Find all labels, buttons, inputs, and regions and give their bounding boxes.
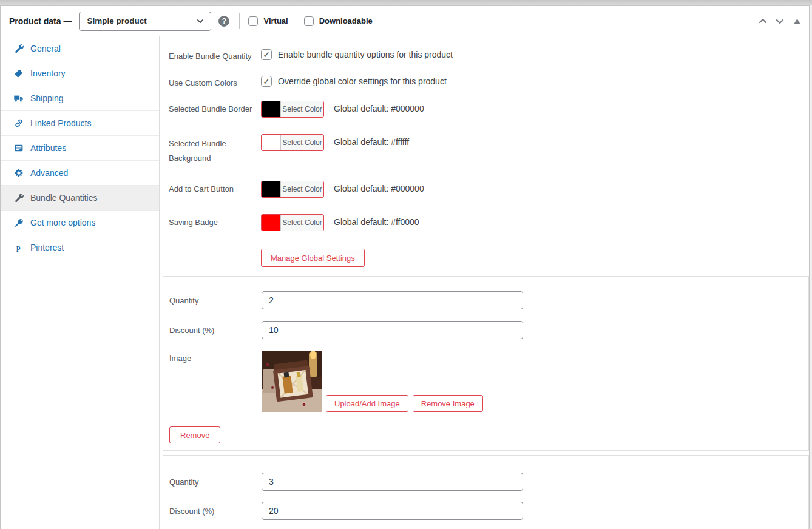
page-top-strip [0,0,812,5]
color-swatch [262,215,280,231]
downloadable-checkbox-box[interactable] [304,16,314,26]
color-swatch [262,101,280,117]
quantity-row: Quantity [169,473,802,491]
tab-advanced[interactable]: Advanced [1,161,159,186]
tab-label: Attributes [30,143,66,153]
move-down-icon[interactable] [774,16,785,27]
quantity-input[interactable] [262,473,523,491]
field-label: Selected Bundle Border [169,101,261,115]
tab-general[interactable]: General [1,36,159,61]
field-label: Enable Bundle Quantity [169,49,261,62]
product-data-title: Product data — [9,16,72,26]
tab-label: Get more options [30,218,95,227]
chevron-down-icon [196,17,205,25]
tab-label: Shipping [30,93,64,103]
selected-bundle-border-row: Selected Bundle Border Select Color Glob… [169,101,799,118]
tab-get-more-options[interactable]: Get more options [1,211,159,235]
field-label: Discount (%) [169,321,262,337]
tab-label: Advanced [30,168,68,178]
move-up-icon[interactable] [757,16,768,27]
virtual-label: Virtual [263,16,288,25]
use-custom-colors-row: Use Custom Colors ✓ Override global colo… [169,76,799,90]
list-box-icon [13,143,24,153]
field-label: Selected Bundle Background [169,134,261,166]
field-label: Use Custom Colors [169,76,261,89]
global-default-note: Global default: #000000 [334,101,424,113]
tab-pinterest[interactable]: p Pinterest [1,235,159,260]
select-color-label: Select Color [280,135,323,150]
discount-row: Discount (%) [169,321,802,339]
pinterest-icon: p [13,243,24,253]
use-custom-colors-checkbox[interactable]: ✓ [261,76,272,87]
product-data-header: Product data — Simple product ? Virtual … [1,6,809,36]
field-label: Saving Badge [169,214,261,229]
wrench-icon [13,193,24,203]
product-type-value: Simple product [87,16,146,25]
field-label: Quantity [169,291,262,307]
enable-bundle-quantity-checkbox[interactable]: ✓ [261,49,272,60]
tag-icon [13,69,24,79]
tab-label: General [30,44,61,53]
header-divider [239,13,240,29]
virtual-checkbox[interactable]: Virtual [248,16,288,26]
product-data-metabox: Product data — Simple product ? Virtual … [0,5,810,529]
select-color-label: Select Color [280,101,323,117]
product-data-tabs: General Inventory Shipping Linked Produc… [1,36,160,529]
truck-icon [13,93,24,104]
add-to-cart-button-row: Add to Cart Button Select Color Global d… [169,181,799,198]
field-label: Image [169,351,262,365]
tab-attributes[interactable]: Attributes [1,136,159,161]
metabox-controls [757,6,800,36]
bundle-rows-container: Quantity Discount (%) Image [160,272,809,529]
virtual-checkbox-box[interactable] [248,16,258,26]
color-swatch [262,135,280,150]
select-color-button[interactable]: Select Color [261,214,324,231]
image-zone: Upload/Add Image Remove Image [262,351,483,412]
downloadable-label: Downloadable [319,16,373,25]
manage-global-settings-row: Manage Global Settings [261,248,799,267]
color-swatch [262,181,280,197]
tab-label: Inventory [30,69,66,78]
quantity-row: Quantity [169,291,802,309]
global-default-note: Global default: #ff0000 [334,214,419,227]
plug-icon [13,218,24,228]
bundle-row-2: Quantity Discount (%) Image [163,455,809,529]
select-color-label: Select Color [280,181,323,197]
global-default-note: Global default: #ffffff [334,134,409,147]
help-icon[interactable]: ? [218,16,229,27]
link-icon [13,118,24,129]
downloadable-checkbox[interactable]: Downloadable [304,16,373,26]
wrench-icon [13,44,24,54]
field-label: Add to Cart Button [169,181,261,195]
select-color-button[interactable]: Select Color [261,101,324,118]
tab-linked-products[interactable]: Linked Products [1,111,159,136]
discount-input[interactable] [262,502,523,520]
quantity-input[interactable] [262,291,523,309]
image-row: Image [169,351,802,412]
selected-bundle-background-row: Selected Bundle Background Select Color … [169,134,799,166]
bundle-settings-section: Enable Bundle Quantity ✓ Enable bundle q… [160,36,809,272]
upload-add-image-button[interactable]: Upload/Add Image [326,395,408,412]
global-default-note: Global default: #000000 [334,181,424,194]
tab-shipping[interactable]: Shipping [1,86,159,111]
product-type-select[interactable]: Simple product [79,12,211,31]
tab-bundle-quantities[interactable]: Bundle Quantities [1,186,159,211]
remove-bundle-button[interactable]: Remove [169,426,220,443]
tab-inventory[interactable]: Inventory [1,61,159,86]
enable-bundle-quantity-row: Enable Bundle Quantity ✓ Enable bundle q… [169,49,799,64]
tab-label: Bundle Quantities [30,193,98,203]
bundle-row-1: Quantity Discount (%) Image [163,276,809,451]
manage-global-settings-button[interactable]: Manage Global Settings [261,249,365,267]
discount-row: Discount (%) [169,502,802,520]
remove-image-button[interactable]: Remove Image [413,395,483,412]
select-color-button[interactable]: Select Color [261,181,324,198]
discount-input[interactable] [262,321,523,339]
svg-text:p: p [16,243,21,252]
field-label: Quantity [169,473,262,488]
field-label: Discount (%) [169,502,262,517]
tab-label: Linked Products [30,118,91,128]
select-color-button[interactable]: Select Color [261,134,324,151]
bundle-quantities-panel: Enable Bundle Quantity ✓ Enable bundle q… [160,36,809,529]
toggle-panel-icon[interactable] [794,19,800,24]
gear-icon [13,168,24,178]
